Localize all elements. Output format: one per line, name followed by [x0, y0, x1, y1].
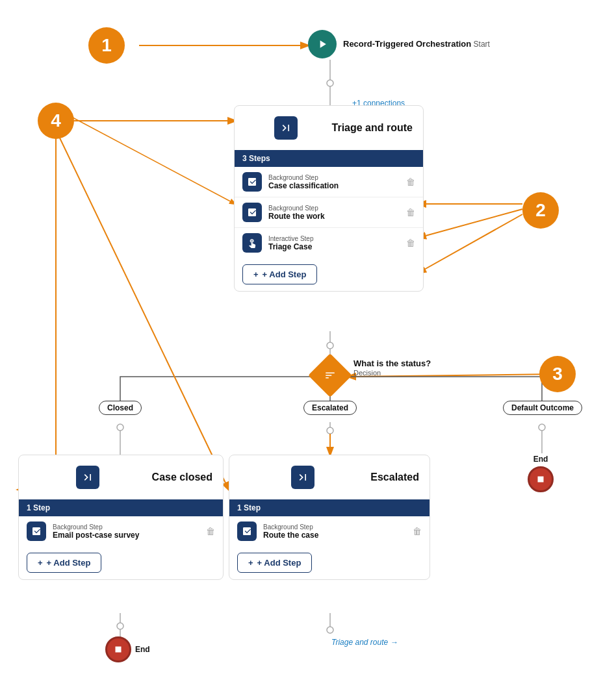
triage-stage: Triage and route 3 Steps Background Step… — [234, 105, 424, 292]
connections-svg — [0, 0, 616, 691]
end-node-default: End — [528, 455, 554, 492]
escalated-add-step-button[interactable]: + + Add Step — [237, 553, 312, 573]
svg-line-6 — [418, 209, 522, 238]
route-case-icon — [237, 521, 257, 541]
route-default: Default Outcome — [503, 401, 582, 415]
triage-add-step-button[interactable]: + + Add Step — [242, 264, 317, 284]
end-circle-closed — [105, 636, 131, 662]
case-closed-header: Case closed — [19, 455, 223, 499]
delete-step-2[interactable]: 🗑 — [406, 207, 415, 218]
escalated-icon — [291, 466, 314, 489]
email-survey-icon — [27, 521, 46, 541]
case-closed-add-step-button[interactable]: + + Add Step — [27, 553, 101, 573]
step-circle-4: 4 — [38, 103, 74, 139]
svg-point-16 — [327, 427, 333, 434]
step-route-work: Background Step Route the work 🗑 — [235, 197, 423, 228]
escalated-steps-header: 1 Step — [229, 499, 430, 516]
background-step-icon-2 — [242, 203, 262, 222]
flow-canvas: 1 4 2 3 Record-Triggered Orchestration S… — [0, 0, 616, 691]
svg-point-21 — [117, 623, 123, 629]
start-icon — [308, 30, 337, 58]
delete-email-step[interactable]: 🗑 — [206, 526, 215, 536]
svg-rect-27 — [116, 647, 122, 653]
escalated-stage: Escalated 1 Step Background Step Route t… — [229, 455, 430, 580]
route-escalated: Escalated — [303, 401, 357, 415]
start-label: Record-Triggered Orchestration Start — [343, 38, 490, 50]
svg-point-24 — [327, 627, 333, 633]
background-step-icon-1 — [242, 172, 262, 192]
svg-point-12 — [117, 424, 123, 431]
delete-step-1[interactable]: 🗑 — [406, 177, 415, 187]
svg-point-18 — [539, 424, 545, 431]
triage-loop-link[interactable]: Triage and route → — [331, 638, 398, 647]
decision-diamond — [308, 353, 352, 397]
escalated-header: Escalated — [229, 455, 430, 499]
case-closed-icon — [76, 466, 99, 489]
start-node: Record-Triggered Orchestration Start — [308, 30, 490, 58]
plus-icon: + — [253, 270, 259, 279]
step-circle-3: 3 — [539, 356, 576, 392]
route-closed: Closed — [99, 401, 142, 415]
step-route-case: Background Step Route the case 🗑 — [229, 516, 430, 546]
triage-steps-header: 3 Steps — [235, 150, 423, 167]
decision-node: What is the status? Decision — [314, 360, 346, 391]
step-circle-2: 2 — [522, 192, 559, 229]
case-closed-steps-header: 1 Step — [19, 499, 223, 516]
plus-icon-closed: + — [38, 558, 43, 568]
step-circle-1: 1 — [88, 27, 125, 64]
triage-stage-icon — [274, 116, 298, 140]
step-triage-case: Interactive Step Triage Case 🗑 — [235, 228, 423, 258]
step-case-classification: Background Step Case classification 🗑 — [235, 167, 423, 197]
case-closed-stage: Case closed 1 Step Background Step Email… — [18, 455, 224, 580]
svg-point-9 — [327, 342, 333, 349]
decision-label: What is the status? Decision — [353, 357, 431, 377]
triage-stage-header: Triage and route — [235, 106, 423, 150]
end-circle-default — [528, 466, 554, 492]
svg-line-7 — [418, 214, 522, 273]
delete-route-case-step[interactable]: 🗑 — [413, 526, 422, 536]
svg-rect-26 — [538, 477, 544, 483]
svg-point-2 — [327, 80, 333, 86]
interactive-step-icon — [242, 233, 262, 253]
step-email-survey: Background Step Email post-case survey 🗑 — [19, 516, 223, 546]
plus-icon-escalated: + — [248, 558, 253, 568]
end-node-closed: End — [105, 636, 150, 662]
delete-step-3[interactable]: 🗑 — [406, 238, 415, 248]
